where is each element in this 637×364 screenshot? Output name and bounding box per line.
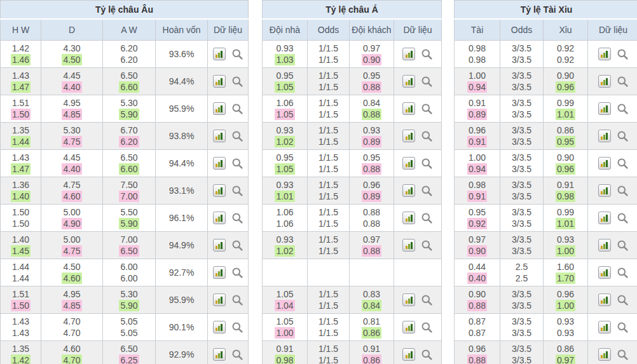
bar-chart-icon[interactable] <box>213 130 226 142</box>
bar-chart-icon[interactable] <box>213 102 226 115</box>
column-header-3: Dữ liệu <box>394 19 442 41</box>
bar-chart-icon[interactable] <box>598 184 611 197</box>
bar-chart-icon[interactable] <box>598 157 611 170</box>
odds-current-value: 4.75 <box>62 136 81 147</box>
bar <box>411 215 413 222</box>
magnifier-icon[interactable] <box>231 48 243 60</box>
bar-chart-icon[interactable] <box>213 75 226 88</box>
data-cell <box>588 259 637 286</box>
magnifier-icon[interactable] <box>421 185 433 197</box>
bar-chart-icon[interactable] <box>598 212 611 224</box>
odds-row: 1.051.001/1.51/1.50.810.86 <box>263 314 442 341</box>
bar-chart-icon[interactable] <box>402 102 415 115</box>
bar-chart-icon[interactable] <box>402 239 415 252</box>
bar-chart-icon[interactable] <box>402 184 415 197</box>
bar-chart-icon[interactable] <box>213 348 226 361</box>
bar-chart-icon[interactable] <box>598 130 611 142</box>
odds-current-value: 1.50 <box>12 219 29 229</box>
magnifier-icon[interactable] <box>617 103 629 115</box>
bar-chart-icon[interactable] <box>402 321 415 334</box>
odds-cell: 3/3.53/3.5 <box>500 341 544 364</box>
magnifier-icon[interactable] <box>617 130 629 142</box>
bar-chart-icon[interactable] <box>213 321 226 334</box>
magnifier-icon[interactable] <box>421 48 433 60</box>
magnifier-icon[interactable] <box>421 158 433 170</box>
odds-cell: 1.431.47 <box>1 150 41 177</box>
magnifier-icon[interactable] <box>421 76 433 88</box>
bar <box>601 191 603 194</box>
odds-current: 1/1.5 <box>308 109 349 120</box>
magnifier-icon[interactable] <box>231 267 243 279</box>
odds-prev: 0.87 <box>455 316 500 327</box>
magnifier-icon[interactable] <box>231 185 243 197</box>
magnifier-icon[interactable] <box>617 267 629 279</box>
odds-current-value: 6.60 <box>119 163 139 175</box>
magnifier-icon[interactable] <box>617 76 629 88</box>
bar-chart-icon[interactable] <box>598 48 611 60</box>
bar-chart-icon[interactable] <box>598 75 611 88</box>
bar <box>221 242 223 249</box>
magnifier-icon[interactable] <box>231 239 243 252</box>
odds-prev-value: 0.88 <box>363 207 380 217</box>
odds-cell: 3/3.53/3.5 <box>500 95 544 123</box>
magnifier-icon[interactable] <box>617 212 629 224</box>
magnifier-icon[interactable] <box>617 294 629 306</box>
magnifier-icon[interactable] <box>231 103 243 115</box>
bar-chart-icon[interactable] <box>598 239 611 252</box>
bar-chart-icon[interactable] <box>213 293 226 306</box>
odds-prev-value: 1.00 <box>469 152 486 163</box>
odds-prev-value: 4.95 <box>63 98 80 108</box>
magnifier-icon[interactable] <box>617 239 629 252</box>
magnifier-icon[interactable] <box>231 76 243 88</box>
bar <box>408 80 410 85</box>
bar-chart-icon[interactable] <box>213 184 226 197</box>
magnifier-icon[interactable] <box>617 349 629 361</box>
bar-chart-icon[interactable] <box>402 48 415 60</box>
odds-current: 3/3.5 <box>500 109 543 120</box>
bar <box>221 269 223 276</box>
bar-chart-icon[interactable] <box>213 239 226 252</box>
odds-current-value: 1.03 <box>275 54 294 65</box>
bar-chart-icon[interactable] <box>402 348 415 361</box>
magnifier-icon[interactable] <box>617 321 629 334</box>
bar-chart-icon[interactable] <box>402 75 415 88</box>
magnifier-icon[interactable] <box>421 130 433 142</box>
magnifier-icon[interactable] <box>421 212 433 224</box>
data-actions <box>394 293 441 306</box>
bar-chart-icon[interactable] <box>213 212 226 224</box>
magnifier-icon[interactable] <box>421 321 433 334</box>
odds-current-value: 0.88 <box>362 245 381 257</box>
odds-current-value: 0.89 <box>362 136 381 147</box>
magnifier-icon[interactable] <box>231 130 243 142</box>
magnifier-icon[interactable] <box>421 239 433 252</box>
magnifier-icon[interactable] <box>421 294 433 306</box>
magnifier-icon[interactable] <box>231 349 243 361</box>
bar-chart-icon[interactable] <box>598 102 611 115</box>
odds-current-value: 7.00 <box>119 191 139 202</box>
magnifier-icon[interactable] <box>421 103 433 115</box>
bar-chart-icon[interactable] <box>402 293 415 306</box>
magnifier-icon[interactable] <box>617 185 629 197</box>
bar-chart-icon[interactable] <box>598 266 611 279</box>
bar-chart-icon[interactable] <box>598 348 611 361</box>
data-actions <box>394 184 441 197</box>
bar-chart-icon[interactable] <box>402 157 415 170</box>
magnifier-icon[interactable] <box>231 158 243 170</box>
odds-cell: 1/1.51/1.5 <box>308 150 350 177</box>
odds-cell: 0.900.96 <box>544 68 588 95</box>
magnifier-icon[interactable] <box>617 158 629 170</box>
magnifier-icon[interactable] <box>231 321 243 334</box>
magnifier-icon[interactable] <box>231 212 243 224</box>
magnifier-icon[interactable] <box>617 48 629 60</box>
bar <box>606 133 608 140</box>
bar-chart-icon[interactable] <box>213 48 226 60</box>
bar-chart-icon[interactable] <box>598 321 611 334</box>
bar-chart-icon[interactable] <box>402 212 415 224</box>
bar-chart-icon[interactable] <box>213 157 226 170</box>
bar-chart-icon[interactable] <box>213 266 226 279</box>
bar-chart-icon[interactable] <box>598 293 611 306</box>
magnifier-icon[interactable] <box>231 294 243 306</box>
odds-row: 0.870.873/3.53/3.50.930.93 <box>455 314 637 341</box>
magnifier-icon[interactable] <box>421 349 433 361</box>
bar-chart-icon[interactable] <box>402 130 415 142</box>
